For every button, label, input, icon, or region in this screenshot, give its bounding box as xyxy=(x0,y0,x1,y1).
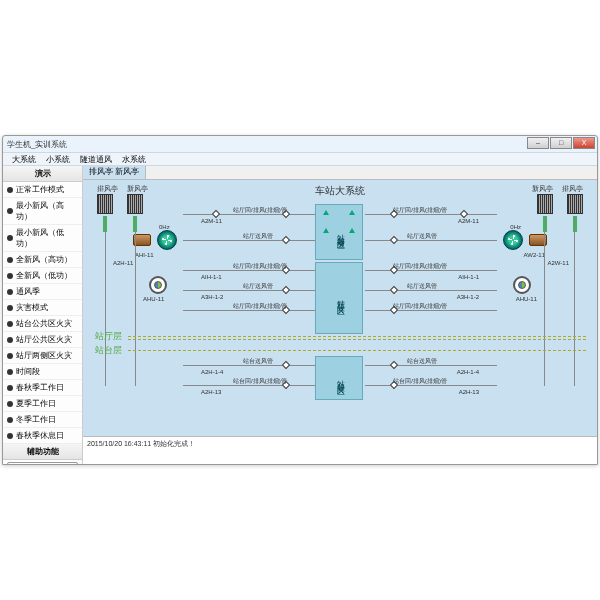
damper-icon xyxy=(390,286,398,294)
floor-line xyxy=(128,350,587,351)
damper-icon xyxy=(282,236,290,244)
sidebar-item[interactable]: 最小新风（低功） xyxy=(3,225,82,252)
duct-line xyxy=(544,216,545,386)
duct-label: 站厅回/排风(排烟)管 xyxy=(233,262,287,271)
bullet-icon xyxy=(7,433,13,439)
arrow-up-icon xyxy=(349,210,355,215)
close-button[interactable]: X xyxy=(573,137,595,149)
sidebar-item[interactable]: 站厅两侧区火灾 xyxy=(3,348,82,364)
device-label: A2H-1-4 xyxy=(457,369,479,375)
main-area: 排风亭 新风亭 车站大系统 排风亭 新风亭 新风亭 排风亭 0Hz AHI-1 xyxy=(83,166,597,464)
bullet-icon xyxy=(7,321,13,327)
exhaust-louver-icon xyxy=(567,194,583,214)
duct-label: 站厅送风管 xyxy=(407,282,437,291)
floor-line xyxy=(128,336,587,337)
sidebar-item[interactable]: 春秋季工作日 xyxy=(3,380,82,396)
sidebar: 演示 正常工作模式 最小新风（高功） 最小新风（低功） 全新风（高功） 全新风（… xyxy=(3,166,83,464)
device-label: A3H-1-2 xyxy=(457,294,479,300)
motor-icon xyxy=(149,276,167,294)
supply-louver-icon xyxy=(537,194,553,214)
sidebar-item[interactable]: 最小新风（高功） xyxy=(3,198,82,225)
duct-label: 站厅回/排风(排烟)管 xyxy=(393,262,447,271)
sidebar-item[interactable]: 通风季 xyxy=(3,284,82,300)
bullet-icon xyxy=(7,273,13,279)
device-label: A2M-11 xyxy=(201,218,222,224)
app-window: 学生机_实训系统 – □ X 大系统 小系统 隧道通风 水系统 演示 正常工作模… xyxy=(2,135,598,465)
device-label: AHU-11 xyxy=(516,296,537,302)
bullet-icon xyxy=(7,208,13,214)
menu-item[interactable]: 小系统 xyxy=(41,153,75,165)
damper-icon xyxy=(390,361,398,369)
schematic-title: 车站大系统 xyxy=(315,184,365,198)
sidebar-item[interactable]: 全新风（低功） xyxy=(3,268,82,284)
duct-label: 站厅回/排风(排烟)管 xyxy=(393,206,447,215)
duct-label: 站厅回/排风(排烟)管 xyxy=(233,302,287,311)
sidebar-item[interactable]: 全新风（高功） xyxy=(3,252,82,268)
maximize-button[interactable]: □ xyxy=(550,137,572,149)
zone-platform-public: 站台公共区 xyxy=(315,356,363,400)
menubar: 大系统 小系统 隧道通风 水系统 xyxy=(3,152,597,166)
corner-label: 新风亭 xyxy=(127,184,148,194)
bullet-icon xyxy=(7,401,13,407)
device-label: A2H-13 xyxy=(459,389,479,395)
fan-icon xyxy=(157,230,177,250)
device-label: AW2-11 xyxy=(524,252,545,258)
titlebar: 学生机_实训系统 – □ X xyxy=(3,136,597,152)
device-label: A3H-1-2 xyxy=(201,294,223,300)
damper-icon xyxy=(212,210,220,218)
tab-strip: 排风亭 新风亭 xyxy=(83,166,597,180)
sidebar-item[interactable]: 站厅公共区火灾 xyxy=(3,332,82,348)
bullet-icon xyxy=(7,385,13,391)
floor-line xyxy=(128,339,587,340)
menu-item[interactable]: 大系统 xyxy=(7,153,41,165)
log-panel: 2015/10/20 16:43:11 初始化完成！ xyxy=(83,436,597,464)
sidebar-item[interactable]: 时间段 xyxy=(3,364,82,380)
title-text: 学生机_实训系统 xyxy=(7,139,67,150)
device-label: A2M-11 xyxy=(458,218,479,224)
bullet-icon xyxy=(7,305,13,311)
damper-icon xyxy=(282,361,290,369)
sample-settings-button[interactable]: 采样设置 xyxy=(7,462,78,464)
duct-label: 站厅回/排风(排烟)管 xyxy=(233,206,287,215)
sidebar-item[interactable]: 站台公共区火灾 xyxy=(3,316,82,332)
damper-icon xyxy=(460,210,468,218)
sidebar-item[interactable]: 灾害模式 xyxy=(3,300,82,316)
sidebar-item[interactable]: 春秋季休息日 xyxy=(3,428,82,444)
damper-icon xyxy=(390,236,398,244)
device-label: A2H-13 xyxy=(201,389,221,395)
sidebar-item[interactable]: 冬季工作日 xyxy=(3,412,82,428)
bullet-icon xyxy=(7,289,13,295)
log-entry: 2015/10/20 16:43:11 初始化完成！ xyxy=(87,440,195,447)
schematic-canvas: 车站大系统 排风亭 新风亭 新风亭 排风亭 0Hz AHI-11 AHU-11 … xyxy=(83,180,597,436)
tab-exhaust-supply[interactable]: 排风亭 新风亭 xyxy=(83,166,146,179)
sidebar-item[interactable]: 夏季工作日 xyxy=(3,396,82,412)
device-label: A2W-11 xyxy=(547,260,569,266)
device-label: AHI-11 xyxy=(135,252,154,258)
minimize-button[interactable]: – xyxy=(527,137,549,149)
damper-icon xyxy=(282,286,290,294)
floor-label-hall: 站厅层 xyxy=(95,330,122,343)
floor-label-platform: 站台层 xyxy=(95,344,122,357)
exhaust-louver-icon xyxy=(97,194,113,214)
device-label: AHU-11 xyxy=(143,296,164,302)
arrow-up-icon xyxy=(323,228,329,233)
corner-label: 排风亭 xyxy=(562,184,583,194)
duct-label: 站台送风管 xyxy=(243,357,273,366)
duct-label: 站台回/排风(排烟)管 xyxy=(233,377,287,386)
sidebar-item[interactable]: 正常工作模式 xyxy=(3,182,82,198)
menu-item[interactable]: 隧道通风 xyxy=(75,153,117,165)
device-label: AIH-1-1 xyxy=(458,274,479,280)
arrow-up-icon xyxy=(323,210,329,215)
sidebar-header: 演示 xyxy=(3,166,82,182)
bullet-icon xyxy=(7,417,13,423)
fan-icon xyxy=(503,230,523,250)
device-label: A2H-1-4 xyxy=(201,369,223,375)
bullet-icon xyxy=(7,369,13,375)
duct-line xyxy=(105,216,106,386)
bullet-icon xyxy=(7,187,13,193)
menu-item[interactable]: 水系统 xyxy=(117,153,151,165)
zone-hall-public: 站厅公共区 xyxy=(315,262,363,334)
device-label: AIH-1-1 xyxy=(201,274,222,280)
duct-label: 站台送风管 xyxy=(407,357,437,366)
motor-icon xyxy=(513,276,531,294)
